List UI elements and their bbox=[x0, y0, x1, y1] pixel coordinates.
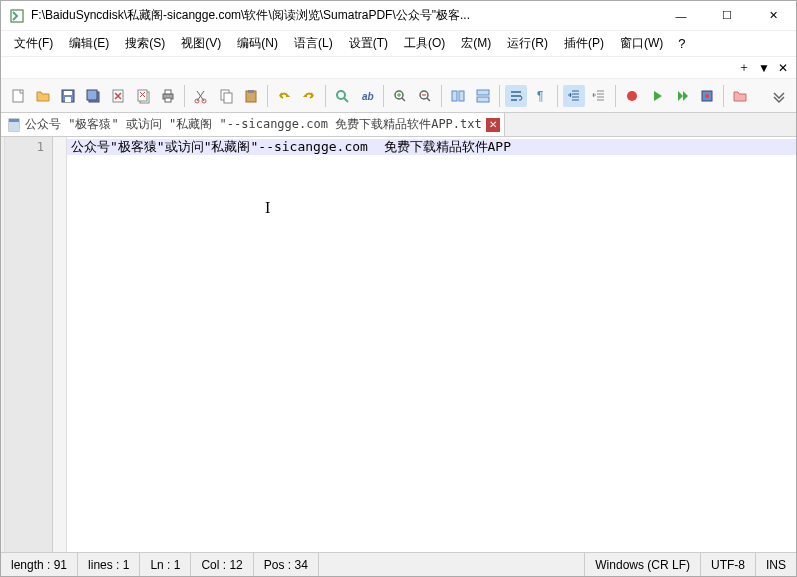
svg-rect-26 bbox=[477, 90, 489, 95]
wordwrap-icon[interactable] bbox=[505, 85, 527, 107]
cut-icon[interactable] bbox=[190, 85, 212, 107]
separator bbox=[184, 85, 185, 107]
status-eol[interactable]: Windows (CR LF) bbox=[585, 553, 701, 576]
save-icon[interactable] bbox=[57, 85, 79, 107]
svg-text:¶: ¶ bbox=[537, 89, 543, 103]
print-icon[interactable] bbox=[157, 85, 179, 107]
record-macro-icon[interactable] bbox=[621, 85, 643, 107]
status-ln: Ln : 1 bbox=[140, 553, 191, 576]
svg-rect-2 bbox=[13, 90, 23, 102]
toolbar: ab ¶ bbox=[1, 79, 796, 113]
menu-search[interactable]: 搜索(S) bbox=[118, 32, 172, 55]
titlebar[interactable]: F:\BaiduSyncdisk\私藏阁-sicangge.com\软件\阅读浏… bbox=[1, 1, 796, 31]
svg-text:ab: ab bbox=[362, 91, 374, 102]
menubar: 文件(F) 编辑(E) 搜索(S) 视图(V) 编码(N) 语言(L) 设置(T… bbox=[1, 31, 796, 57]
status-col: Col : 12 bbox=[191, 553, 253, 576]
svg-rect-7 bbox=[87, 90, 97, 100]
svg-rect-10 bbox=[138, 90, 147, 101]
menu-language[interactable]: 语言(L) bbox=[287, 32, 340, 55]
save-all-icon[interactable] bbox=[82, 85, 104, 107]
zoom-out-icon[interactable] bbox=[414, 85, 436, 107]
menu-view[interactable]: 视图(V) bbox=[174, 32, 228, 55]
outdent-icon[interactable] bbox=[588, 85, 610, 107]
show-symbol-icon[interactable]: ¶ bbox=[530, 85, 552, 107]
menu-encoding[interactable]: 编码(N) bbox=[230, 32, 285, 55]
copy-icon[interactable] bbox=[215, 85, 237, 107]
redo-icon[interactable] bbox=[298, 85, 320, 107]
window-title: F:\BaiduSyncdisk\私藏阁-sicangge.com\软件\阅读浏… bbox=[31, 7, 658, 24]
find-icon[interactable] bbox=[331, 85, 353, 107]
gutter: 1 bbox=[5, 137, 53, 552]
menu-tools[interactable]: 工具(O) bbox=[397, 32, 452, 55]
status-length: length : 91 bbox=[1, 553, 78, 576]
menu-settings[interactable]: 设置(T) bbox=[342, 32, 395, 55]
split-handle[interactable] bbox=[1, 137, 5, 552]
menu-plugins[interactable]: 插件(P) bbox=[557, 32, 611, 55]
svg-rect-27 bbox=[477, 97, 489, 102]
replace-icon[interactable]: ab bbox=[356, 85, 378, 107]
svg-rect-19 bbox=[248, 90, 254, 93]
maximize-button[interactable]: ☐ bbox=[704, 1, 750, 31]
tab-close-icon[interactable]: ✕ bbox=[486, 118, 500, 132]
close-button[interactable]: ✕ bbox=[750, 1, 796, 31]
window-controls: — ☐ ✕ bbox=[658, 1, 796, 31]
status-insert-mode[interactable]: INS bbox=[756, 553, 796, 576]
editor-area: 1 公众号"极客猿"或访问"私藏阁"--sicangge.com 免费下载精品软… bbox=[1, 137, 796, 552]
new-file-icon[interactable] bbox=[7, 85, 29, 107]
svg-point-20 bbox=[337, 91, 345, 99]
tab-label: 公众号 "极客猿" 或访问 "私藏阁 "--sicangge.com 免费下载精… bbox=[25, 116, 482, 133]
separator bbox=[267, 85, 268, 107]
separator bbox=[499, 85, 500, 107]
svg-rect-5 bbox=[65, 97, 71, 102]
line-number: 1 bbox=[5, 139, 52, 155]
minimize-button[interactable]: — bbox=[658, 1, 704, 31]
menu-run[interactable]: 运行(R) bbox=[500, 32, 555, 55]
separator bbox=[325, 85, 326, 107]
zoom-in-icon[interactable] bbox=[389, 85, 411, 107]
svg-rect-25 bbox=[459, 91, 464, 101]
file-type-icon bbox=[7, 118, 21, 132]
separator bbox=[615, 85, 616, 107]
close-panel-button[interactable]: ✕ bbox=[778, 61, 788, 75]
svg-rect-34 bbox=[9, 119, 19, 122]
toolbar-overflow-icon[interactable] bbox=[768, 85, 790, 107]
menu-help[interactable]: ? bbox=[672, 33, 691, 54]
svg-rect-24 bbox=[452, 91, 457, 101]
menu-edit[interactable]: 编辑(E) bbox=[62, 32, 116, 55]
undo-icon[interactable] bbox=[273, 85, 295, 107]
sync-scroll-h-icon[interactable] bbox=[472, 85, 494, 107]
close-file-icon[interactable] bbox=[107, 85, 129, 107]
text-line[interactable]: 公众号"极客猿"或访问"私藏阁"--sicangge.com 免费下载精品软件A… bbox=[67, 139, 796, 155]
statusbar: length : 91 lines : 1 Ln : 1 Col : 12 Po… bbox=[1, 552, 796, 576]
svg-rect-4 bbox=[64, 91, 72, 95]
open-file-icon[interactable] bbox=[32, 85, 54, 107]
menu-macro[interactable]: 宏(M) bbox=[454, 32, 498, 55]
svg-rect-13 bbox=[165, 98, 171, 102]
status-encoding[interactable]: UTF-8 bbox=[701, 553, 756, 576]
extra-bar: ＋ ▼ ✕ bbox=[1, 57, 796, 79]
folder-icon[interactable] bbox=[729, 85, 751, 107]
dropdown-button[interactable]: ▼ bbox=[758, 61, 770, 75]
paste-icon[interactable] bbox=[240, 85, 262, 107]
status-pos: Pos : 34 bbox=[254, 553, 319, 576]
sync-scroll-icon[interactable] bbox=[447, 85, 469, 107]
menu-window[interactable]: 窗口(W) bbox=[613, 32, 670, 55]
tabbar: 公众号 "极客猿" 或访问 "私藏阁 "--sicangge.com 免费下载精… bbox=[1, 113, 796, 137]
svg-rect-12 bbox=[165, 90, 171, 94]
separator bbox=[723, 85, 724, 107]
app-window: F:\BaiduSyncdisk\私藏阁-sicangge.com\软件\阅读浏… bbox=[0, 0, 797, 577]
save-macro-icon[interactable] bbox=[696, 85, 718, 107]
text-content[interactable]: 公众号"极客猿"或访问"私藏阁"--sicangge.com 免费下载精品软件A… bbox=[67, 137, 796, 552]
svg-point-29 bbox=[627, 91, 637, 101]
indent-icon[interactable] bbox=[563, 85, 585, 107]
run-macro-multon-icon[interactable] bbox=[671, 85, 693, 107]
play-macro-icon[interactable] bbox=[646, 85, 668, 107]
status-lines: lines : 1 bbox=[78, 553, 140, 576]
fold-column bbox=[53, 137, 67, 552]
menu-file[interactable]: 文件(F) bbox=[7, 32, 60, 55]
close-all-icon[interactable] bbox=[132, 85, 154, 107]
tab-active[interactable]: 公众号 "极客猿" 或访问 "私藏阁 "--sicangge.com 免费下载精… bbox=[1, 113, 505, 136]
separator bbox=[441, 85, 442, 107]
separator bbox=[383, 85, 384, 107]
add-button[interactable]: ＋ bbox=[738, 59, 750, 76]
